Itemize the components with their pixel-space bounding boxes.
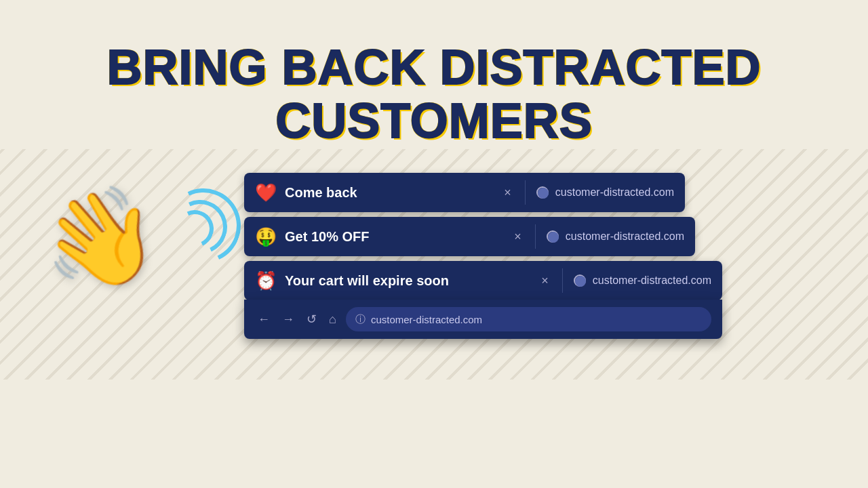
notif-1-divider bbox=[525, 180, 526, 205]
nav-back-button[interactable]: ← bbox=[255, 310, 273, 329]
notif-3-icon: ⏰ bbox=[255, 270, 277, 291]
notification-bar-2: 🤑 Get 10% OFF × customer-distracted.com bbox=[244, 217, 695, 256]
notif-2-domain: customer-distracted.com bbox=[566, 230, 684, 243]
notif-1-close[interactable]: × bbox=[504, 186, 511, 200]
wave-arc-3 bbox=[156, 178, 252, 274]
notif-2-site-icon bbox=[547, 230, 559, 243]
heading-line2: CUSTOMERS bbox=[0, 94, 868, 148]
notif-1-text: Come back bbox=[285, 185, 490, 201]
notif-1-site-icon bbox=[536, 186, 549, 199]
notif-3-close[interactable]: × bbox=[541, 274, 549, 288]
nav-forward-button[interactable]: → bbox=[279, 310, 297, 329]
notif-3-site-icon bbox=[574, 274, 586, 287]
hand-area: 👋 bbox=[41, 183, 159, 295]
notification-bar-3: ⏰ Your cart will expire soon × customer-… bbox=[244, 261, 722, 300]
notif-1-domain: customer-distracted.com bbox=[555, 186, 674, 199]
info-icon: ⓘ bbox=[355, 313, 366, 326]
address-bar[interactable]: ⓘ customer-distracted.com bbox=[346, 307, 711, 331]
nav-refresh-button[interactable]: ↺ bbox=[304, 309, 319, 329]
heading-area: BRING BACK DISTRACTED CUSTOMERS bbox=[0, 0, 868, 148]
browser-bar: ← → ↺ ⌂ ⓘ customer-distracted.com bbox=[244, 300, 722, 339]
notif-1-icon: ❤️ bbox=[255, 182, 277, 203]
address-text: customer-distracted.com bbox=[371, 314, 482, 325]
notif-2-divider bbox=[535, 224, 536, 249]
heading-line1: BRING BACK DISTRACTED bbox=[0, 41, 868, 94]
notif-2-icon: 🤑 bbox=[255, 226, 277, 247]
nav-home-button[interactable]: ⌂ bbox=[326, 310, 339, 329]
notif-3-domain: customer-distracted.com bbox=[593, 274, 711, 287]
main-title: BRING BACK DISTRACTED CUSTOMERS bbox=[0, 41, 868, 148]
notif-3-text: Your cart will expire soon bbox=[285, 273, 528, 289]
notif-3-divider bbox=[562, 268, 563, 293]
waving-hand-emoji: 👋 bbox=[32, 174, 168, 304]
notification-bar-1: ❤️ Come back × customer-distracted.com bbox=[244, 173, 685, 212]
notif-2-close[interactable]: × bbox=[514, 230, 521, 244]
notif-2-text: Get 10% OFF bbox=[285, 229, 500, 245]
main-content: BRING BACK DISTRACTED CUSTOMERS 👋 ❤️ Com… bbox=[0, 0, 868, 488]
